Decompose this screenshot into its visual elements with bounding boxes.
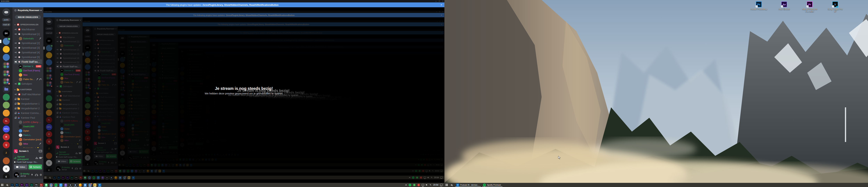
voice-user[interactable]: Baiterballs (14, 36, 42, 41)
taskbar-icon-file-explorer[interactable]: ▤ (92, 183, 97, 187)
voice-channel[interactable]: Vergaderkamer 2 (14, 106, 42, 111)
desktop-shortcut[interactable]: Ae↗After Effects (776, 1, 793, 10)
server-icon[interactable] (2, 54, 10, 61)
banner-close-icon[interactable]: × (441, 3, 442, 6)
taskbar-icon-audition[interactable]: Au (29, 183, 34, 187)
server-icon[interactable] (2, 86, 10, 92)
voice-user[interactable]: Death1990 (14, 124, 42, 129)
taskbar-icon-chrome-profile[interactable] (88, 183, 92, 187)
pen-icon[interactable]: ✎ (430, 184, 431, 186)
server-icon[interactable] (2, 46, 10, 53)
voice-user[interactable]: Gamebaker [paul] (14, 137, 42, 142)
desktop-shortcut[interactable]: V↗17Sony Vegas Pro 17 (827, 1, 843, 13)
taskbar-icon-purple-app[interactable]: ● (63, 183, 68, 187)
server-icon[interactable]: G (2, 165, 10, 172)
clock[interactable]: 20:54 (433, 184, 438, 186)
start-button[interactable] (444, 183, 449, 187)
server-icon[interactable]: RPU (2, 125, 10, 133)
taskbar-window-spotify-window[interactable]: ≋Spotify Premium (482, 183, 503, 187)
voice-channel[interactable]: Spreekkanaal [2] (14, 41, 42, 45)
new-unread-pill[interactable]: NIEUW ONGELEZEN (15, 15, 41, 19)
minimize-button[interactable]: – (436, 0, 437, 2)
taskbar-icon-photoshop[interactable]: Ps (14, 183, 20, 187)
voice-channel[interactable]: ✓Geholpen (14, 81, 42, 86)
voice-user[interactable]: Semmetje★ (14, 146, 42, 148)
action-center-icon[interactable] (440, 184, 443, 186)
rail-pill-public[interactable]: public (2, 18, 10, 22)
stop-streaming-icon[interactable]: × (39, 150, 42, 152)
maximize-button[interactable]: □ (439, 0, 440, 2)
voice-user[interactable]: Floris L. (14, 133, 42, 137)
desktop-shortcut[interactable]: Ps↗Adobe Photoshop (750, 1, 767, 10)
server-icon[interactable] (2, 157, 10, 164)
search-button[interactable] (449, 183, 454, 187)
screen-share-button[interactable]: Scherm (28, 164, 42, 169)
mic-icon[interactable] (31, 174, 33, 176)
razer-tray-icon[interactable]: ☣ (413, 184, 415, 186)
spotify-tray-icon[interactable]: ≋ (409, 184, 411, 186)
taskbar-icon-whatsapp[interactable]: ☎ (44, 183, 49, 187)
avatar[interactable]: DV (14, 172, 19, 178)
search-button[interactable] (4, 183, 10, 187)
voice-user[interactable]: Mike (14, 142, 42, 146)
server-icon[interactable]: Q (2, 142, 10, 148)
server-icon[interactable] (2, 38, 10, 45)
server-icon[interactable] (2, 110, 10, 116)
voice-user[interactable]: [LSTR =] Berry d W. (14, 120, 42, 124)
rail-pill-read-all[interactable]: read all (2, 23, 10, 26)
voice-channel[interactable]: Kantoor Community ... (14, 111, 42, 115)
taskbar-window-outlook-window[interactable]: OPostvak IN - demian.... (455, 183, 481, 187)
server-icon[interactable] (2, 102, 10, 109)
voice-channel[interactable]: FiveM Staff lounge (14, 60, 42, 64)
channel-category[interactable]: SPREEKKANALEN (14, 22, 42, 27)
video-button[interactable]: Video (14, 164, 27, 169)
voice-channel[interactable]: Spreekkanaal [1] (14, 32, 42, 36)
voice-channel[interactable]: Wachtkamer (14, 27, 42, 32)
voice-channel[interactable]: Kantoor (14, 97, 42, 101)
voice-user[interactable]: DVDemian V.LIVE (14, 64, 42, 68)
taskbar-icon-vegas-pro[interactable]: V (10, 183, 14, 187)
server-header[interactable]: Royalistiq Roerveen C... (12, 7, 43, 13)
close-button[interactable]: × (442, 0, 443, 2)
voice-channel[interactable]: Spreekkanaal [3] (14, 45, 42, 50)
voice-channel[interactable]: Kantoor Paul (14, 115, 42, 120)
server-icon[interactable]: 6 (2, 70, 10, 77)
discord-home-icon[interactable] (2, 8, 10, 16)
voice-channel[interactable]: Staff Wachtkamer (14, 92, 42, 97)
voice-channel[interactable]: Spreekkanaal [5] (14, 55, 42, 60)
taskbar-icon-filezilla[interactable]: Fz (39, 183, 44, 187)
tray-expand-icon[interactable] (405, 184, 407, 186)
taskbar-icon-firefox[interactable] (78, 183, 83, 187)
channel-category[interactable]: KANTOREN (14, 87, 42, 92)
voice-channel[interactable]: Vergaderkamer 1 (14, 101, 42, 106)
disconnect-icon[interactable]: ☎ (39, 157, 42, 159)
volume-icon[interactable] (426, 184, 428, 186)
taskbar-icon-phpstorm[interactable]: PS (34, 183, 39, 187)
taskbar-icon-outlook[interactable]: O (97, 183, 102, 187)
taskbar-icon-obs[interactable]: ◎ (68, 183, 73, 187)
taskbar-icon-blue-app[interactable]: ▣ (83, 183, 88, 187)
start-button[interactable] (0, 183, 4, 187)
taskbar-icon-chrome[interactable] (49, 183, 54, 187)
voice-user[interactable]: DonTosti [Flavio] (14, 68, 42, 73)
taskbar-icon-vscode[interactable]: V (58, 183, 63, 187)
network-icon[interactable] (422, 184, 424, 186)
server-icon[interactable]: Z (2, 149, 10, 156)
server-icon[interactable]: R (2, 134, 10, 141)
taskbar-icon-steam[interactable]: ◉ (73, 183, 78, 187)
voice-channel[interactable]: Spreekkanaal [4] (14, 50, 42, 55)
server-icon[interactable]: E (2, 173, 10, 179)
desktop-shortcut[interactable]: Pr↗Adobe Premiere Pro 2020 (801, 1, 818, 13)
server-icon[interactable]: 3 (2, 78, 10, 85)
headphones-icon[interactable] (35, 174, 37, 176)
ccleaner-tray-icon[interactable]: C (417, 184, 420, 186)
soundboard-icon[interactable] (36, 157, 38, 159)
taskbar-icon-after-effects[interactable]: Ae (24, 183, 29, 187)
server-icon[interactable] (2, 62, 10, 69)
gear-icon[interactable]: ⚙ (40, 174, 42, 176)
server-icon[interactable]: DV (2, 30, 10, 37)
server-icon[interactable]: XL (2, 118, 10, 124)
taskbar-icon-premiere[interactable]: Pr (20, 183, 24, 187)
taskbar-icon-spotify[interactable]: ≋ (54, 183, 58, 187)
voice-user[interactable]: Dylan (14, 129, 42, 133)
